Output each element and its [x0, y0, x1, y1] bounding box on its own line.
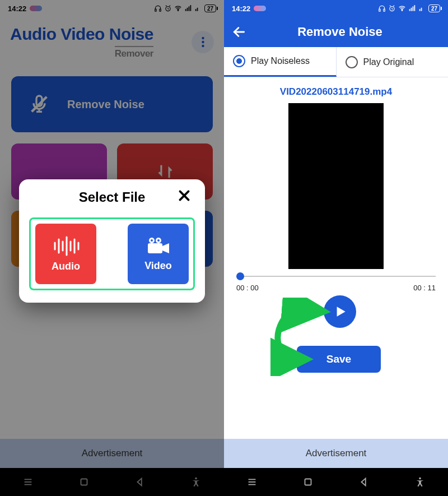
accessibility-icon[interactable]: [414, 476, 426, 488]
radio-selected-icon: [233, 55, 245, 67]
save-label: Save: [326, 353, 351, 365]
radio-unselected-icon: [346, 56, 358, 68]
svg-rect-47: [305, 479, 311, 485]
svg-point-32: [157, 239, 160, 242]
back-arrow-icon[interactable]: [232, 25, 246, 39]
modal-title: Select File: [79, 189, 146, 205]
file-name: VID20220603114719.mp4: [224, 77, 448, 103]
save-button[interactable]: Save: [297, 346, 381, 373]
seek-slider[interactable]: [236, 276, 436, 277]
tab-play-noiseless[interactable]: Play Noiseless: [224, 47, 337, 77]
wifi-icon: [398, 4, 406, 12]
svg-rect-33: [379, 9, 380, 11]
svg-rect-41: [419, 9, 421, 11]
svg-point-48: [419, 478, 421, 480]
screen-title: Remove Noise: [262, 25, 418, 39]
tab-label: Play Original: [363, 57, 414, 67]
time-current: 00 : 00: [236, 284, 259, 292]
file-type-selector: Audio Video: [29, 217, 195, 290]
video-preview[interactable]: [288, 103, 384, 269]
time-duration: 00 : 11: [413, 284, 436, 292]
svg-rect-37: [409, 9, 410, 11]
alarm-icon: [388, 4, 396, 12]
seek-thumb[interactable]: [236, 272, 244, 280]
play-icon: [333, 304, 347, 319]
signal-icon: [418, 4, 426, 12]
back-icon[interactable]: [358, 476, 370, 488]
close-button[interactable]: [177, 188, 192, 207]
svg-rect-39: [412, 7, 413, 11]
select-audio-label: Audio: [52, 261, 80, 272]
select-video-label: Video: [144, 260, 172, 272]
battery-icon: 27: [428, 4, 440, 12]
select-audio-button[interactable]: Audio: [35, 224, 96, 284]
waveform-icon: [52, 236, 80, 256]
svg-rect-42: [421, 8, 422, 11]
status-time: 14:22: [232, 4, 250, 13]
select-file-modal: Select File Audio Video: [19, 179, 205, 303]
select-video-button[interactable]: Video: [128, 224, 189, 284]
home-icon[interactable]: [302, 476, 314, 488]
headphones-icon: [378, 4, 386, 12]
svg-rect-40: [414, 5, 415, 11]
play-mode-tabs: Play Noiseless Play Original: [224, 47, 448, 77]
svg-point-31: [151, 239, 153, 242]
app-bar: Remove Noise: [224, 17, 448, 47]
tab-label: Play Noiseless: [251, 56, 310, 66]
status-bar: 14:22 27: [224, 0, 448, 17]
ad-banner[interactable]: Advertisement: [224, 439, 448, 468]
svg-rect-30: [148, 243, 162, 253]
menu-icon[interactable]: [246, 476, 258, 488]
svg-rect-38: [411, 8, 412, 11]
video-camera-icon: [146, 237, 171, 256]
android-nav-bar: [224, 468, 448, 496]
svg-rect-34: [384, 9, 385, 11]
close-icon: [177, 188, 192, 203]
signal-icon: [408, 4, 416, 12]
play-button[interactable]: [324, 295, 356, 328]
tab-play-original[interactable]: Play Original: [337, 47, 449, 77]
svg-point-36: [402, 10, 403, 11]
